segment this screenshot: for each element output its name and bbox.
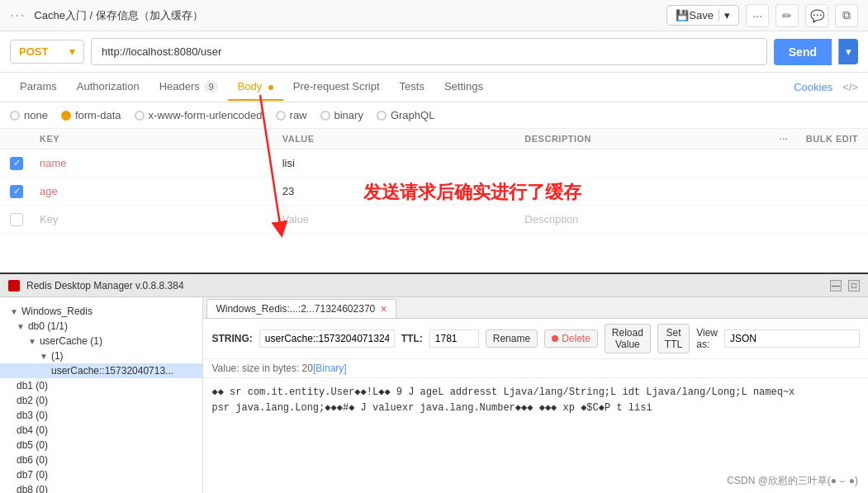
row-name-key: name: [40, 157, 282, 169]
save-icon: 💾: [676, 9, 689, 21]
url-input[interactable]: [91, 38, 767, 65]
tree-item-db6[interactable]: db6 (0): [0, 453, 202, 467]
send-button[interactable]: Send: [774, 39, 832, 65]
col-value-header: VALUE: [282, 134, 525, 144]
key-text-name: name: [40, 157, 67, 169]
delete-dot-icon: [552, 335, 558, 342]
rdm-tab-close-icon[interactable]: ✕: [380, 304, 387, 315]
tree-item-db2[interactable]: db2 (0): [0, 393, 202, 408]
ttl-input[interactable]: [429, 329, 479, 348]
option-urlencoded[interactable]: x-www-form-urlencoded: [135, 109, 263, 121]
checkbox-checked-icon: ✓: [10, 185, 23, 198]
tree-item-db7[interactable]: db7 (0): [0, 467, 202, 482]
value-text-name: lisi: [282, 157, 295, 169]
rdm-key-bar: STRING: TTL: Rename Delete Reload Value …: [203, 319, 868, 359]
placeholder-key-text: Key: [40, 213, 58, 225]
tab-settings[interactable]: Settings: [434, 73, 493, 101]
view-as-input[interactable]: [724, 329, 860, 348]
breadcrumb: Cache入门 / 保存信息（加入缓存）: [34, 8, 666, 23]
key-text-age: age: [40, 185, 58, 197]
tree-arrow-icon: ▼: [10, 307, 18, 316]
rdm-tab-key[interactable]: Windows_Redis:...:2...71324602370 ✕: [206, 299, 396, 318]
send-dropdown-button[interactable]: ▾: [838, 39, 858, 64]
method-select[interactable]: POST ▾: [10, 40, 84, 64]
key-value-input[interactable]: [259, 329, 395, 348]
option-binary[interactable]: binary: [320, 109, 363, 121]
row-placeholder-key: Key: [40, 213, 282, 225]
radio-binary: [320, 111, 330, 121]
window-controls: — □: [830, 280, 860, 292]
placeholder-value-text: Value: [282, 213, 309, 225]
tree-item-windows-redis[interactable]: ▼ Windows_Redis: [0, 304, 202, 319]
csdn-watermark: CSDN @欣慰的三叶草(● ⌣ ●): [727, 474, 858, 488]
tree-item-group[interactable]: ▼ (1): [0, 348, 202, 363]
tree-item-usercache[interactable]: ▼ userCache (1): [0, 334, 202, 348]
top-bar: ··· Cache入门 / 保存信息（加入缓存） 💾 Save ▾ ··· ✏ …: [0, 0, 868, 31]
delete-button[interactable]: Delete: [544, 329, 598, 348]
copy-icon-button[interactable]: ⧉: [835, 4, 858, 27]
tree-item-cache-key[interactable]: userCache::15732040713...: [0, 363, 202, 378]
radio-urlencoded: [135, 111, 145, 121]
checkbox-placeholder[interactable]: [10, 213, 40, 226]
body-active-dot: [268, 85, 273, 90]
table-row: Key Value Description: [0, 206, 868, 234]
tree-item-db8[interactable]: db8 (0): [0, 482, 202, 493]
method-arrow-icon: ▾: [69, 45, 75, 58]
tree-label-db1: db1 (0): [17, 380, 48, 391]
value-line-2: psr java.lang.Long;◆◆◆#◆ J valuexr java.…: [211, 401, 860, 416]
option-form-data[interactable]: form-data: [61, 109, 121, 121]
tree-item-db1[interactable]: db1 (0): [0, 378, 202, 393]
row-placeholder-value: Value: [282, 213, 525, 225]
tree-item-db5[interactable]: db5 (0): [0, 438, 202, 453]
rename-button[interactable]: Rename: [486, 329, 538, 348]
tree-item-db0[interactable]: ▼ db0 (1/1): [0, 319, 202, 334]
value-text-age: 23: [282, 185, 294, 197]
save-label: Save: [689, 9, 714, 21]
tree-item-db4[interactable]: db4 (0): [0, 423, 202, 438]
tab-pre-request[interactable]: Pre-request Script: [283, 73, 390, 101]
tree-arrow-icon: ▼: [40, 352, 48, 361]
radio-graphql: [377, 111, 387, 121]
tree-label-db6: db6 (0): [17, 454, 48, 466]
binary-badge[interactable]: [Binary]: [313, 363, 347, 374]
top-bar-dots-icon: ···: [10, 8, 26, 23]
col-bulk-header: Bulk Edit: [800, 134, 858, 144]
minimize-button[interactable]: —: [830, 280, 842, 292]
tab-headers[interactable]: Headers 9: [149, 73, 228, 101]
checkbox-name[interactable]: ✓: [10, 157, 40, 170]
row-placeholder-desc: Description: [524, 213, 767, 225]
col-check-header: [10, 134, 40, 144]
tree-item-db3[interactable]: db3 (0): [0, 408, 202, 423]
method-label: POST: [19, 45, 48, 58]
radio-none: [10, 111, 20, 121]
code-icon[interactable]: </>: [842, 81, 858, 93]
size-text: Value: size in bytes: 20: [211, 363, 313, 374]
pencil-icon-button[interactable]: ✏: [776, 4, 799, 27]
tab-tests[interactable]: Tests: [390, 73, 434, 101]
maximize-button[interactable]: □: [848, 280, 860, 292]
set-ttl-button[interactable]: Set TTL: [657, 324, 690, 353]
postman-area: ··· Cache入门 / 保存信息（加入缓存） 💾 Save ▾ ··· ✏ …: [0, 0, 868, 273]
tab-authorization[interactable]: Authorization: [67, 73, 149, 101]
col-more-header: ···: [767, 134, 800, 144]
headers-badge: 9: [204, 81, 217, 92]
tree-label-windows-redis: Windows_Redis: [21, 306, 92, 317]
option-none[interactable]: none: [10, 109, 48, 121]
reload-button[interactable]: Reload Value: [605, 324, 651, 353]
value-line-1: ◆◆ sr com.it.entity.User◆◆!L◆◆ 9 J ageL …: [211, 385, 860, 401]
tab-body[interactable]: Body: [228, 73, 283, 101]
annotation-text: 发送请求后确实进行了缓存: [363, 180, 581, 205]
checkbox-age[interactable]: ✓: [10, 185, 40, 198]
option-graphql[interactable]: GraphQL: [377, 109, 434, 121]
radio-form-data: [61, 111, 71, 121]
option-raw[interactable]: raw: [276, 109, 307, 121]
option-binary-label: binary: [334, 109, 363, 121]
save-button[interactable]: 💾 Save ▾: [666, 5, 739, 26]
tab-params[interactable]: Params: [10, 73, 67, 101]
more-options-button[interactable]: ···: [746, 4, 769, 27]
comment-icon-button[interactable]: 💬: [805, 4, 828, 27]
cookies-link[interactable]: Cookies: [794, 81, 832, 93]
tree-label-db4: db4 (0): [17, 424, 48, 436]
save-dropdown-arrow[interactable]: ▾: [719, 9, 730, 21]
checkbox-empty-icon: [10, 213, 23, 226]
